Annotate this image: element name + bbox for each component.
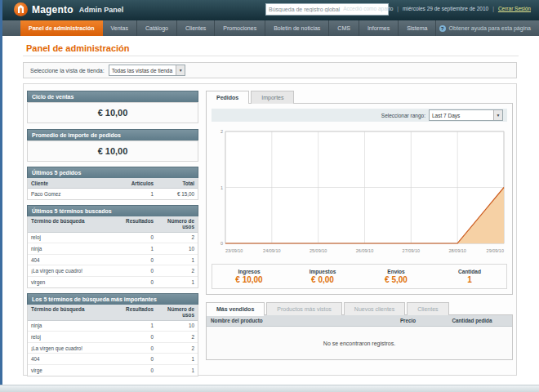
area-chart-svg: 01223/09/1024/09/1025/09/1026/09/1027/09… — [213, 127, 507, 256]
table-cell: 2 — [157, 265, 198, 276]
table-row[interactable]: ninja110 — [28, 321, 198, 332]
bestsellers-grid: Nombre del productoPrecioCantidad pedida… — [206, 314, 513, 360]
dashboard-card: Ciclo de ventas € 10,00 Promedio de impo… — [23, 83, 517, 376]
svg-text:2: 2 — [220, 129, 223, 134]
table-cell: virgen — [28, 277, 116, 287]
table-row[interactable]: ninja110 — [28, 243, 198, 255]
logout-link[interactable]: Cerrar Sesión — [498, 6, 531, 11]
store-view-value: Todas las vistas de tienda — [112, 68, 172, 74]
stat-label: Ingresos — [212, 269, 286, 274]
top-search-terms-table: Los 5 términos de búsqueda más important… — [27, 293, 198, 376]
table-cell: 0 — [116, 277, 157, 287]
store-view-bar: Seleccione la vista de tienda: Todas las… — [23, 62, 517, 78]
nav-item-panel-de-administraci-n[interactable]: Panel de administración — [20, 20, 103, 36]
table-cell: 1 — [116, 321, 157, 332]
table-row[interactable]: 40401 — [28, 354, 198, 365]
svg-text:25/09/10: 25/09/10 — [310, 248, 327, 253]
table-row[interactable]: ¡La virgen que cuadro!02 — [28, 343, 198, 354]
table-cell: 10 — [157, 243, 198, 254]
logo: Magento Admin Panel — [14, 2, 123, 16]
table-cell: ninja — [28, 243, 116, 254]
nav-item-informes[interactable]: Informes — [359, 20, 399, 36]
table-cell: 1 — [157, 277, 198, 287]
table-cell: 2 — [157, 343, 198, 354]
header-user-area: Accedió como aparto | miércoles 29 de se… — [343, 6, 531, 11]
nav-item-promociones[interactable]: Promociones — [215, 20, 265, 36]
help-link[interactable]: ? Obtener ayuda para esta página — [439, 20, 531, 36]
help-label: Obtener ayuda para esta página — [449, 25, 531, 31]
stat-label: Envíos — [359, 269, 433, 274]
range-bar: Seleccionar rango: Last 7 Days ▼ — [212, 109, 507, 122]
lifetime-sales-value: € 10,00 — [27, 102, 198, 123]
nav-item-cat-logo[interactable]: Catálogo — [137, 20, 177, 36]
table-cell: 404 — [28, 354, 116, 364]
table-row[interactable]: ¡La virgen que cuadro!02 — [28, 265, 198, 277]
tab-clientes[interactable]: Clientes — [407, 302, 448, 315]
totals-bar: Ingresos€ 10,00Impuestos€ 0,00Envíos€ 5,… — [212, 264, 507, 289]
stat-cantidad: Cantidad1 — [433, 269, 506, 284]
title-divider — [23, 56, 519, 56]
nav-item-bolet-n-de-noticias[interactable]: Boletín de noticias — [265, 20, 329, 36]
table-cell: 1 — [157, 255, 198, 265]
header: Magento Admin Panel Accedió como aparto … — [2, 0, 539, 20]
nav-item-clientes[interactable]: Clientes — [177, 20, 215, 36]
table-cell: 404 — [28, 255, 116, 265]
stat-value: 1 — [433, 275, 506, 284]
table-cell: 0 — [116, 354, 157, 364]
chevron-down-icon: ▼ — [493, 110, 502, 120]
nav-item-cms[interactable]: CMS — [329, 20, 359, 36]
table-cell: € 15,00 — [157, 189, 198, 199]
table-cell: 0 — [116, 255, 157, 265]
table-row[interactable]: Paco Gomez1€ 15,00 — [28, 189, 198, 199]
tab-pedidos[interactable]: Pedidos — [206, 91, 249, 104]
nav-item-ventas[interactable]: Ventas — [103, 20, 137, 36]
table-cell: 10 — [157, 321, 198, 332]
column-header: Artículos — [116, 178, 157, 188]
store-view-select[interactable]: Todas las vistas de tienda ▼ — [109, 65, 185, 76]
window-bottom-bar — [0, 385, 539, 392]
table-cell: 1 — [116, 189, 157, 199]
range-select[interactable]: Last 7 Days ▼ — [429, 109, 503, 121]
table-cell: 1 — [157, 365, 198, 376]
tab-productos-m-s-vistos[interactable]: Productos más vistos — [266, 302, 342, 315]
logo-subtitle: Admin Panel — [79, 6, 124, 14]
column-header: Total — [157, 178, 198, 188]
stat-value: € 5,00 — [359, 275, 433, 284]
nav-item-sistema[interactable]: Sistema — [399, 20, 436, 36]
tab-nuevos-clientes[interactable]: Nuevos clientes — [344, 302, 405, 315]
tab-importes[interactable]: Importes — [251, 91, 294, 104]
table-cell: reloj — [28, 332, 116, 342]
table-cell: ¡La virgen que cuadro! — [28, 343, 116, 354]
table-cell: Paco Gomez — [28, 189, 116, 199]
report-tabs: Más vendidosProductos más vistosNuevos c… — [206, 302, 513, 315]
table-cell: 0 — [116, 265, 157, 276]
logged-in-as: Accedió como aparto — [343, 6, 393, 11]
table-row[interactable]: 40401 — [28, 255, 198, 266]
table-cell: virge — [28, 365, 116, 376]
card-title: Promedio de importe de pedidos — [27, 129, 198, 140]
stat-value: € 0,00 — [286, 275, 359, 284]
table-row[interactable]: reloj02 — [28, 332, 198, 343]
table-row[interactable]: virge01 — [28, 365, 198, 376]
column-header: Resultados — [116, 216, 157, 232]
stat-envíos: Envíos€ 5,00 — [359, 269, 433, 284]
page-title: Panel de administración — [26, 43, 130, 53]
table-cell: reloj — [28, 233, 116, 243]
page-content: Panel de administración Seleccione la vi… — [2, 36, 539, 385]
column-header: Número de usos — [157, 216, 198, 232]
svg-text:23/09/10: 23/09/10 — [225, 248, 243, 253]
store-view-label: Seleccione la vista de tienda: — [30, 68, 105, 74]
separator: | — [397, 6, 399, 11]
grid-empty-message: No se encontraron registros. — [207, 327, 512, 359]
separator: | — [492, 6, 494, 11]
column-header: Número de usos — [157, 305, 198, 320]
magento-admin-window: Magento Admin Panel Accedió como aparto … — [0, 0, 539, 392]
main-nav: Panel de administraciónVentasCatálogoCli… — [2, 20, 539, 36]
table-cell: 0 — [116, 343, 157, 354]
table-title: Los 5 términos de búsqueda más important… — [27, 293, 198, 305]
table-row[interactable]: virgen01 — [28, 277, 198, 287]
svg-text:28/09/10: 28/09/10 — [448, 248, 466, 253]
table-cell: 2 — [157, 332, 198, 342]
tab-m-s-vendidos[interactable]: Más vendidos — [206, 302, 265, 315]
table-row[interactable]: reloj02 — [28, 233, 198, 244]
